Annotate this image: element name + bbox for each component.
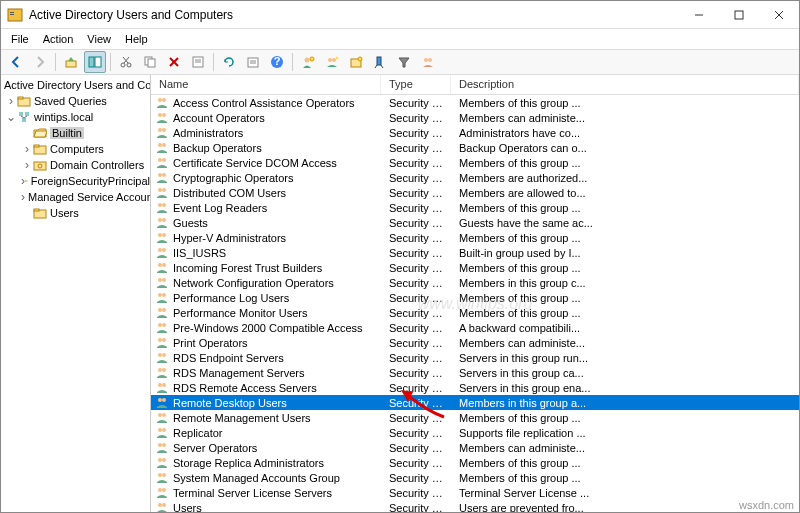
list-item[interactable]: Performance Log UsersSecurity Group...Me… bbox=[151, 290, 799, 305]
list-item[interactable]: System Managed Accounts GroupSecurity Gr… bbox=[151, 470, 799, 485]
new-group-button[interactable] bbox=[321, 51, 343, 73]
expand-icon[interactable]: › bbox=[21, 143, 33, 155]
export-list-button[interactable] bbox=[242, 51, 264, 73]
properties-button[interactable] bbox=[187, 51, 209, 73]
new-user-button[interactable] bbox=[297, 51, 319, 73]
col-name[interactable]: Name bbox=[151, 75, 381, 94]
item-name: Distributed COM Users bbox=[173, 187, 286, 199]
list-body[interactable]: www.wintips.org Access Control Assistanc… bbox=[151, 95, 799, 512]
expand-icon[interactable]: › bbox=[21, 191, 25, 203]
item-type: Security Group... bbox=[381, 217, 451, 229]
tree-users[interactable]: Users bbox=[1, 205, 150, 221]
cut-button[interactable] bbox=[115, 51, 137, 73]
item-description: Administrators have co... bbox=[451, 127, 799, 139]
refresh-button[interactable] bbox=[218, 51, 240, 73]
group-icon bbox=[155, 500, 173, 513]
item-description: Members can administe... bbox=[451, 337, 799, 349]
list-item[interactable]: Network Configuration OperatorsSecurity … bbox=[151, 275, 799, 290]
tree-pane[interactable]: Active Directory Users and Com › Saved Q… bbox=[1, 75, 151, 512]
svg-point-84 bbox=[158, 323, 162, 327]
svg-point-108 bbox=[158, 503, 162, 507]
list-item[interactable]: Cryptographic OperatorsSecurity Group...… bbox=[151, 170, 799, 185]
svg-point-95 bbox=[162, 398, 166, 402]
tree-computers[interactable]: › Computers bbox=[1, 141, 150, 157]
list-item[interactable]: Incoming Forest Trust BuildersSecurity G… bbox=[151, 260, 799, 275]
list-item[interactable]: Pre-Windows 2000 Compatible AccessSecuri… bbox=[151, 320, 799, 335]
delete-button[interactable] bbox=[163, 51, 185, 73]
col-type[interactable]: Type bbox=[381, 75, 451, 94]
tree-fsp[interactable]: › ForeignSecurityPrincipal bbox=[1, 173, 150, 189]
group-icon bbox=[155, 395, 173, 411]
list-item[interactable]: RDS Management ServersSecurity Group...S… bbox=[151, 365, 799, 380]
menu-file[interactable]: File bbox=[5, 31, 35, 47]
list-item[interactable]: Event Log ReadersSecurity Group...Member… bbox=[151, 200, 799, 215]
list-item[interactable]: Performance Monitor UsersSecurity Group.… bbox=[151, 305, 799, 320]
expand-icon[interactable]: › bbox=[5, 95, 17, 107]
maximize-button[interactable] bbox=[719, 1, 759, 29]
tree-domain-controllers[interactable]: › Domain Controllers bbox=[1, 157, 150, 173]
list-item[interactable]: GuestsSecurity Group...Guests have the s… bbox=[151, 215, 799, 230]
svg-point-96 bbox=[158, 413, 162, 417]
filter-button[interactable] bbox=[393, 51, 415, 73]
new-ou-button[interactable] bbox=[345, 51, 367, 73]
tree-msa[interactable]: › Managed Service Accoun bbox=[1, 189, 150, 205]
svg-point-87 bbox=[162, 338, 166, 342]
col-description[interactable]: Description bbox=[451, 75, 799, 94]
group-icon bbox=[155, 320, 173, 336]
list-item[interactable]: Print OperatorsSecurity Group...Members … bbox=[151, 335, 799, 350]
collapse-icon[interactable]: ⌄ bbox=[5, 111, 17, 123]
list-item[interactable]: Storage Replica AdministratorsSecurity G… bbox=[151, 455, 799, 470]
list-item[interactable]: Hyper-V AdministratorsSecurity Group...M… bbox=[151, 230, 799, 245]
forward-button[interactable] bbox=[29, 51, 51, 73]
list-item[interactable]: ReplicatorSecurity Group...Supports file… bbox=[151, 425, 799, 440]
group-icon bbox=[155, 230, 173, 246]
list-item[interactable]: Certificate Service DCOM AccessSecurity … bbox=[151, 155, 799, 170]
tree-saved-queries[interactable]: › Saved Queries bbox=[1, 93, 150, 109]
list-item[interactable]: Remote Desktop UsersSecurity Group...Mem… bbox=[151, 395, 799, 410]
list-item[interactable]: RDS Endpoint ServersSecurity Group...Ser… bbox=[151, 350, 799, 365]
folder-icon bbox=[17, 94, 31, 108]
tree-root[interactable]: Active Directory Users and Com bbox=[1, 77, 150, 93]
list-item[interactable]: RDS Remote Access ServersSecurity Group.… bbox=[151, 380, 799, 395]
copy-button[interactable] bbox=[139, 51, 161, 73]
expand-icon[interactable]: › bbox=[21, 159, 33, 171]
group-icon bbox=[155, 290, 173, 306]
group-icon bbox=[155, 410, 173, 426]
list-item[interactable]: Terminal Server License ServersSecurity … bbox=[151, 485, 799, 500]
svg-point-55 bbox=[162, 98, 166, 102]
help-button[interactable]: ? bbox=[266, 51, 288, 73]
list-item[interactable]: Access Control Assistance OperatorsSecur… bbox=[151, 95, 799, 110]
item-description: Members of this group ... bbox=[451, 202, 799, 214]
list-item[interactable]: IIS_IUSRSSecurity Group...Built-in group… bbox=[151, 245, 799, 260]
group-icon bbox=[155, 140, 173, 156]
svg-point-27 bbox=[310, 57, 314, 61]
close-button[interactable] bbox=[759, 1, 799, 29]
item-type: Security Group... bbox=[381, 112, 451, 124]
svg-point-26 bbox=[305, 58, 310, 63]
list-item[interactable]: Server OperatorsSecurity Group...Members… bbox=[151, 440, 799, 455]
minimize-button[interactable] bbox=[679, 1, 719, 29]
list-item[interactable]: UsersSecurity Group...Users are prevente… bbox=[151, 500, 799, 512]
item-description: Supports file replication ... bbox=[451, 427, 799, 439]
show-hide-tree-button[interactable] bbox=[84, 51, 106, 73]
footer-watermark: wsxdn.com bbox=[739, 499, 794, 511]
tree-domain[interactable]: ⌄ wintips.local bbox=[1, 109, 150, 125]
item-type: Security Group... bbox=[381, 472, 451, 484]
item-description: Members of this group ... bbox=[451, 457, 799, 469]
tree-builtin[interactable]: Builtin bbox=[1, 125, 150, 141]
menu-action[interactable]: Action bbox=[37, 31, 80, 47]
menu-help[interactable]: Help bbox=[119, 31, 154, 47]
add-to-group-button[interactable] bbox=[417, 51, 439, 73]
back-button[interactable] bbox=[5, 51, 27, 73]
list-item[interactable]: Backup OperatorsSecurity Group...Backup … bbox=[151, 140, 799, 155]
up-button[interactable] bbox=[60, 51, 82, 73]
list-item[interactable]: Remote Management UsersSecurity Group...… bbox=[151, 410, 799, 425]
menu-view[interactable]: View bbox=[81, 31, 117, 47]
list-item[interactable]: Account OperatorsSecurity Group...Member… bbox=[151, 110, 799, 125]
svg-rect-33 bbox=[377, 57, 381, 65]
list-item[interactable]: Distributed COM UsersSecurity Group...Me… bbox=[151, 185, 799, 200]
list-item[interactable]: AdministratorsSecurity Group...Administr… bbox=[151, 125, 799, 140]
group-icon bbox=[155, 305, 173, 321]
svg-point-34 bbox=[424, 58, 428, 62]
find-button[interactable] bbox=[369, 51, 391, 73]
